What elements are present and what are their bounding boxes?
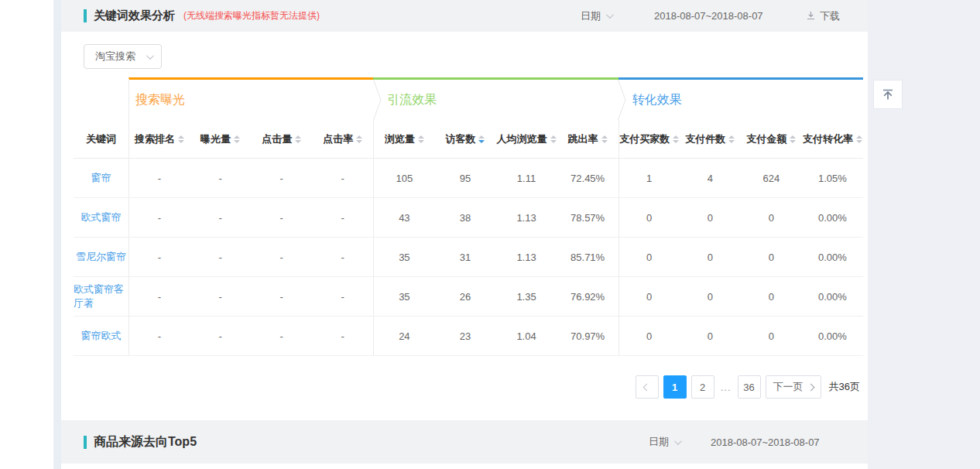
metric-cell: 1.04 xyxy=(496,317,557,355)
metric-cell: 0 xyxy=(618,277,680,316)
column-header-bounce-rate[interactable]: 跳出率 xyxy=(557,120,618,158)
metric-cell: 43 xyxy=(373,198,434,237)
metric-cell: - xyxy=(128,159,190,197)
prev-page-button[interactable] xyxy=(636,375,659,399)
metric-cell: - xyxy=(128,198,190,237)
column-header-paid-conversion[interactable]: 支付转化率 xyxy=(802,120,863,158)
metric-cell: - xyxy=(128,277,190,316)
metric-cell: 105 xyxy=(373,159,434,197)
metric-cell: 0.00% xyxy=(802,238,863,276)
back-to-top-icon xyxy=(880,87,896,102)
sort-icon xyxy=(856,135,862,143)
page-button-36[interactable]: 36 xyxy=(738,375,761,399)
metric-cell: - xyxy=(190,198,251,237)
keyword-link[interactable]: 欧式窗帘客厅著 xyxy=(74,282,128,310)
column-header-paid-amount[interactable]: 支付金额 xyxy=(741,120,802,158)
keyword-analysis-page: 关键词效果分析 (无线端搜索曝光指标暂无法提供) 日期 2018-08-07~2… xyxy=(0,0,980,469)
table-row: 雪尼尔窗帘 - - - - 35 31 1.13 85.71% 0 0 0 0.… xyxy=(74,238,863,277)
page-button-1[interactable]: 1 xyxy=(663,375,687,399)
section-title: 商品来源去向Top5 xyxy=(94,434,197,450)
metric-cell: - xyxy=(251,238,312,276)
metric-cell: - xyxy=(190,317,251,355)
metric-cell: 0.00% xyxy=(802,317,863,355)
metric-cell: 1.11 xyxy=(496,159,557,197)
next-panel-edge xyxy=(61,464,868,469)
metric-cell: - xyxy=(128,238,190,276)
section-note: (无线端搜索曝光指标暂无法提供) xyxy=(183,9,320,22)
column-header-paid-items[interactable]: 支付件数 xyxy=(680,120,741,158)
metric-cell: 1.13 xyxy=(496,238,557,276)
table-header-row: 关键词 搜索排名 曝光量 点击量 点击率 浏览量 访客数 人均浏览量 跳出率 支… xyxy=(74,120,863,159)
metric-cell: 35 xyxy=(373,277,434,316)
metric-cell: 0 xyxy=(618,198,680,237)
metric-cell: 1.35 xyxy=(496,277,557,316)
date-filter[interactable]: 日期 xyxy=(649,420,680,464)
metric-cell: 0 xyxy=(618,317,680,355)
sort-icon xyxy=(673,135,679,143)
group-conversion-effect: 转化效果 xyxy=(618,77,863,120)
keyword-link[interactable]: 雪尼尔窗帘 xyxy=(76,250,126,264)
page-button-2[interactable]: 2 xyxy=(691,375,714,399)
metric-cell: 78.57% xyxy=(557,198,618,237)
metric-cell: 85.71% xyxy=(557,238,618,276)
table-row: 欧式窗帘 - - - - 43 38 1.13 78.57% 0 0 0 0.0… xyxy=(74,198,863,238)
date-filter[interactable]: 日期 xyxy=(581,0,612,32)
keyword-link[interactable]: 窗帘欧式 xyxy=(81,329,122,343)
table-row: 窗帘欧式 - - - - 24 23 1.04 70.97% 0 0 0 0.0… xyxy=(74,317,863,356)
metric-cell: 1.13 xyxy=(496,198,557,237)
metric-cell: 0 xyxy=(680,238,741,276)
chevron-down-icon xyxy=(146,52,154,60)
column-group-row: 搜索曝光 引流效果 转化效果 xyxy=(74,77,863,120)
sort-icon xyxy=(295,135,301,143)
metric-cell: 31 xyxy=(434,238,495,276)
metric-cell: 0 xyxy=(741,317,802,355)
pagination-ellipsis: ... xyxy=(719,382,733,393)
metric-cell: 624 xyxy=(741,159,802,197)
page-total-text: 共36页 xyxy=(829,380,860,394)
column-header-ctr[interactable]: 点击率 xyxy=(312,120,373,158)
metric-cell: 35 xyxy=(373,238,434,276)
metric-cell: - xyxy=(251,277,312,316)
next-page-button[interactable]: 下一页 xyxy=(766,375,821,399)
title-accent-bar xyxy=(84,436,87,449)
metric-cell: 0.00% xyxy=(802,277,863,316)
date-range: 2018-08-07~2018-08-07 xyxy=(711,420,820,464)
metric-cell: 0 xyxy=(741,277,802,316)
metric-cell: 26 xyxy=(434,277,495,316)
column-header-visitors[interactable]: 访客数 xyxy=(434,120,495,158)
back-to-top-button[interactable] xyxy=(873,80,903,109)
column-header-paid-buyers[interactable]: 支付买家数 xyxy=(618,120,680,158)
column-header-pageviews[interactable]: 浏览量 xyxy=(373,120,434,158)
sort-icon-active-desc xyxy=(478,135,485,143)
column-header-search-rank[interactable]: 搜索排名 xyxy=(128,120,190,158)
metric-cell: - xyxy=(190,238,251,276)
group-search-exposure: 搜索曝光 xyxy=(128,77,373,120)
download-button[interactable]: 下载 xyxy=(806,0,840,32)
metric-cell: 70.97% xyxy=(557,317,618,355)
column-header-avg-pageviews[interactable]: 人均浏览量 xyxy=(496,120,557,158)
group-traffic-effect: 引流效果 xyxy=(373,77,618,120)
column-header-clicks[interactable]: 点击量 xyxy=(251,120,312,158)
sort-icon xyxy=(601,135,608,143)
table-row: 欧式窗帘客厅著 - - - - 35 26 1.35 76.92% 0 0 0 … xyxy=(74,277,863,317)
metric-cell: 0 xyxy=(680,317,741,355)
metric-cell: 72.45% xyxy=(557,159,618,197)
metric-cell: - xyxy=(128,317,190,355)
keyword-link[interactable]: 窗帘 xyxy=(91,171,111,185)
keyword-link[interactable]: 欧式窗帘 xyxy=(81,211,122,224)
metric-cell: - xyxy=(251,317,312,355)
group-divider-chevron xyxy=(373,80,382,120)
sort-icon xyxy=(234,135,240,143)
metric-cell: 1 xyxy=(618,159,680,197)
title-accent-bar xyxy=(84,9,87,22)
metric-cell: 23 xyxy=(434,317,495,355)
metric-cell: - xyxy=(190,159,251,197)
chevron-down-icon xyxy=(674,437,682,445)
chevron-right-icon xyxy=(807,383,814,391)
channel-select[interactable]: 淘宝搜索 xyxy=(84,44,162,69)
metric-cell: - xyxy=(190,277,251,316)
sort-icon xyxy=(550,135,557,143)
metric-cell: 38 xyxy=(434,198,495,237)
column-header-exposure[interactable]: 曝光量 xyxy=(190,120,251,158)
table-row: 窗帘 - - - - 105 95 1.11 72.45% 1 4 624 1.… xyxy=(74,159,863,198)
